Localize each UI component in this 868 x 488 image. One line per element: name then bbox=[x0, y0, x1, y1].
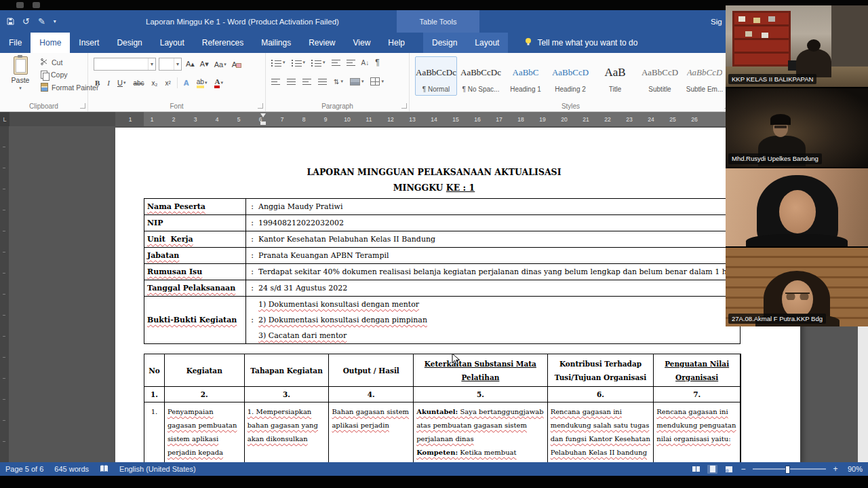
paste-button[interactable]: Paste ▾ bbox=[4, 56, 37, 97]
show-paragraph-marks-button[interactable]: ¶ bbox=[375, 58, 379, 67]
table-header-cell[interactable]: Penguatan Nilai Organisasi bbox=[654, 354, 741, 386]
info-table-row[interactable]: Jabatan : Pranata Keuangan APBN Terampil bbox=[144, 248, 740, 264]
table-header-cell[interactable]: Kontribusi Terhadap Tusi/Tujuan Organisa… bbox=[548, 354, 654, 386]
table-cell-penguatan[interactable]: Rencana gagasan ini mendukung penguatan … bbox=[654, 402, 741, 462]
superscript-button[interactable]: x² bbox=[164, 79, 172, 87]
grow-font-button[interactable]: A▴ bbox=[184, 60, 196, 69]
first-line-indent-marker[interactable] bbox=[260, 113, 266, 117]
table-number-cell[interactable]: 2. bbox=[165, 387, 245, 402]
info-table-row[interactable]: Tanggal Pelaksanaan : 24 s/d 31 Agustus … bbox=[144, 280, 740, 297]
italic-button[interactable]: I bbox=[106, 79, 111, 87]
style-gallery-item[interactable]: AaBbCcDc ¶ No Spac... bbox=[460, 56, 502, 96]
zoom-slider[interactable] bbox=[753, 468, 826, 470]
shading-button[interactable]: ▾ bbox=[350, 78, 364, 86]
tell-me-box[interactable]: Tell me what you want to do bbox=[524, 33, 637, 53]
tab-view[interactable]: View bbox=[344, 33, 380, 53]
left-indent-marker[interactable] bbox=[260, 121, 266, 125]
dialog-launcher-icon[interactable] bbox=[258, 103, 263, 109]
info-table-row[interactable]: NIP : 199408212022032002 bbox=[144, 215, 740, 231]
bullets-button[interactable]: ▾ bbox=[271, 59, 285, 66]
table-cell-kegiatan[interactable]: Penyampaian gagasan pembuatan sistem apl… bbox=[165, 402, 245, 462]
table-cell-tahapan[interactable]: 1. Mempersiapkan bahan gagasan yang akan… bbox=[245, 402, 330, 462]
page-indicator[interactable]: Page 5 of 6 bbox=[5, 465, 43, 473]
language-indicator[interactable]: English (United States) bbox=[119, 465, 196, 473]
tab-design[interactable]: Design bbox=[108, 33, 151, 53]
underline-button[interactable]: U▾ bbox=[116, 79, 127, 87]
change-case-button[interactable]: Aa▾ bbox=[213, 60, 228, 69]
zoom-level[interactable]: 90% bbox=[845, 465, 863, 473]
table-cell-kontribusi[interactable]: Rencana gagasan ini mendukung salah satu… bbox=[548, 402, 654, 462]
info-table-row[interactable]: Rumusan Isu : Terdapat sekitar 40% dokum… bbox=[144, 264, 740, 280]
customize-qat-icon[interactable]: ▾ bbox=[54, 19, 56, 24]
table-cell-no[interactable]: 1. bbox=[144, 402, 165, 462]
align-center-button[interactable] bbox=[287, 79, 296, 85]
table-number-cell[interactable]: 1. bbox=[144, 387, 165, 402]
numbering-button[interactable]: ▾ bbox=[292, 59, 306, 66]
undo-icon[interactable]: ↺ bbox=[22, 17, 30, 26]
table-header-cell[interactable]: Tahapan Kegiatan bbox=[245, 354, 330, 386]
table-cell-output[interactable]: Bahan gagasan sistem aplikasi perjadin bbox=[329, 402, 414, 462]
tab-help[interactable]: Help bbox=[379, 33, 414, 53]
zoom-in-button[interactable]: + bbox=[832, 464, 839, 474]
bold-button[interactable]: B bbox=[94, 79, 101, 87]
tab-selector[interactable]: L bbox=[0, 112, 9, 126]
increase-indent-button[interactable] bbox=[347, 60, 355, 66]
table-number-cell[interactable]: 3. bbox=[245, 387, 330, 402]
table-cell-substansi[interactable]: Akuntabel: Saya bertanggungjawab atas pe… bbox=[414, 402, 548, 462]
decrease-indent-button[interactable] bbox=[332, 60, 340, 66]
align-right-button[interactable] bbox=[302, 79, 311, 85]
align-left-button[interactable] bbox=[271, 79, 280, 85]
text-effects-button[interactable]: A bbox=[182, 79, 191, 87]
meeting-toolbar-icon[interactable] bbox=[33, 2, 40, 8]
read-mode-button[interactable] bbox=[691, 465, 701, 474]
zoom-slider-thumb[interactable] bbox=[785, 466, 790, 474]
tab-mailings[interactable]: Mailings bbox=[252, 33, 300, 53]
font-color-button[interactable]: A▾ bbox=[213, 78, 224, 88]
table-header-cell[interactable]: Keterkaitan Substansi Mata Pelatihan bbox=[414, 354, 548, 386]
strikethrough-button[interactable]: abc bbox=[132, 79, 145, 87]
table-number-cell[interactable]: 5. bbox=[414, 387, 548, 402]
save-icon[interactable] bbox=[7, 18, 14, 25]
info-table-row[interactable]: Nama Peserta : Anggia Maudy Pratiwi bbox=[144, 199, 740, 215]
table-header-cell[interactable]: No bbox=[144, 354, 165, 386]
sign-in-button[interactable]: Sig bbox=[711, 10, 722, 33]
proofing-icon[interactable] bbox=[100, 465, 108, 474]
dialog-launcher-icon[interactable] bbox=[401, 103, 407, 109]
tab-references[interactable]: References bbox=[193, 33, 252, 53]
vertical-ruler[interactable] bbox=[0, 126, 9, 462]
word-count[interactable]: 645 words bbox=[54, 465, 89, 473]
tab-layout[interactable]: Layout bbox=[151, 33, 193, 53]
sort-button[interactable]: A↓ bbox=[361, 59, 370, 67]
dialog-launcher-icon[interactable] bbox=[80, 103, 85, 109]
table-header-cell[interactable]: Output / Hasil bbox=[329, 354, 414, 386]
info-table-row[interactable]: Bukti-Bukti Kegiatan : 1) Dokumentasi ko… bbox=[144, 297, 740, 343]
style-gallery-item[interactable]: AaB Title bbox=[594, 56, 636, 96]
table-number-cell[interactable]: 7. bbox=[654, 387, 741, 402]
style-gallery-item[interactable]: AaBbCcD Heading 2 bbox=[549, 56, 591, 96]
table-number-cell[interactable]: 6. bbox=[548, 387, 654, 402]
document-page[interactable]: LAPORAN MINGGUAN PELAKSANAAN AKTUALISASI… bbox=[115, 128, 800, 462]
style-gallery-item[interactable]: AaBbCcD Subtle Em... bbox=[684, 56, 726, 96]
print-layout-button[interactable] bbox=[707, 465, 717, 474]
line-spacing-button[interactable]: ⇅▾ bbox=[334, 78, 343, 86]
style-gallery-item[interactable]: AaBbCcD Subtitle bbox=[639, 56, 681, 96]
meeting-toolbar-icon[interactable] bbox=[16, 2, 24, 8]
font-size-combobox[interactable]: ▾ bbox=[159, 58, 182, 71]
participant-video-4[interactable]: 27A.08.Akmal F Putra.KKP Bdg bbox=[726, 248, 868, 326]
multilevel-list-button[interactable]: ▾ bbox=[311, 59, 326, 66]
web-layout-button[interactable] bbox=[724, 465, 734, 474]
style-gallery-item[interactable]: AaBbC Heading 1 bbox=[505, 56, 547, 96]
shrink-font-button[interactable]: A▾ bbox=[199, 60, 210, 69]
info-table-row[interactable]: Unit Kerja : Kantor Kesehatan Pelabuhan … bbox=[144, 231, 740, 248]
zoom-out-button[interactable]: − bbox=[740, 464, 747, 474]
table-number-cell[interactable]: 4. bbox=[329, 387, 414, 402]
tab-file[interactable]: File bbox=[0, 33, 31, 53]
tab-table-layout[interactable]: Layout bbox=[466, 33, 508, 53]
table-header-cell[interactable]: Kegiatan bbox=[165, 354, 245, 386]
tab-table-design[interactable]: Design bbox=[423, 33, 466, 53]
tab-insert[interactable]: Insert bbox=[70, 33, 108, 53]
highlight-color-button[interactable]: ab▾ bbox=[195, 78, 209, 88]
repeat-icon[interactable]: ✎ bbox=[38, 17, 45, 26]
borders-button[interactable]: ▾ bbox=[370, 77, 384, 86]
justify-button[interactable] bbox=[318, 79, 327, 85]
